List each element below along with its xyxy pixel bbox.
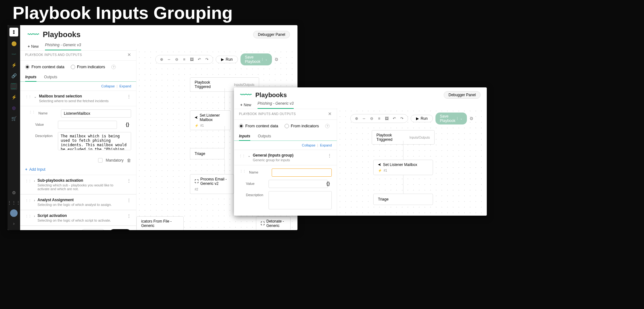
- zoom-out-icon[interactable]: ⊖: [369, 116, 375, 121]
- tab-phishing[interactable]: Phishing - Generic v3: [258, 101, 294, 109]
- drag-handle-icon[interactable]: ⋮⋮: [25, 178, 31, 183]
- radio-context-data[interactable]: From context data: [239, 124, 278, 128]
- section-node[interactable]: Triage: [373, 194, 433, 205]
- io-link[interactable]: Inputs/Outputs: [234, 83, 254, 86]
- nav-icon-8[interactable]: 🛒: [10, 115, 17, 122]
- nav-icon-1[interactable]: 🟡: [10, 40, 17, 47]
- drag-handle-icon[interactable]: ⋮⋮: [25, 198, 31, 202]
- chevron-down-icon[interactable]: ⌄: [34, 94, 36, 98]
- drag-handle-icon[interactable]: ⋮⋮: [29, 109, 35, 114]
- radio-indicators[interactable]: From indicators: [71, 64, 105, 69]
- zoom-in-icon[interactable]: ⊕: [159, 57, 164, 62]
- mandatory-checkbox[interactable]: [98, 158, 103, 163]
- section-node[interactable]: Triage: [190, 148, 225, 159]
- radio-context-data[interactable]: From context data: [25, 64, 64, 69]
- chevron-right-icon[interactable]: ›: [34, 213, 35, 218]
- input-value-field[interactable]: [269, 180, 328, 188]
- group-menu-icon[interactable]: ⋮: [327, 153, 332, 158]
- chevron-down-icon[interactable]: ⌄: [248, 153, 250, 157]
- save-dropdown-icon[interactable]: ⌄: [457, 117, 463, 120]
- image-icon[interactable]: 🖼: [189, 57, 195, 62]
- io-link[interactable]: Inputs/Outputs: [409, 136, 430, 139]
- outputs-tab[interactable]: Outputs: [44, 73, 57, 81]
- drag-handle-icon[interactable]: ⋮⋮: [240, 168, 246, 173]
- apps-grid-icon[interactable]: ⋮⋮⋮: [10, 199, 17, 206]
- context-picker-icon[interactable]: {}: [126, 122, 129, 127]
- zoom-out-icon[interactable]: ⊖: [174, 57, 180, 62]
- help-icon[interactable]: ?: [325, 124, 330, 128]
- input-name-field[interactable]: [61, 109, 131, 118]
- user-avatar[interactable]: [10, 209, 18, 217]
- inputs-tab[interactable]: Inputs: [239, 132, 250, 141]
- radio-indicators[interactable]: From indicators: [285, 124, 319, 128]
- input-description-field[interactable]: The mailbox which is being used to fetch…: [58, 132, 131, 150]
- save-playbook-button[interactable]: Save Playbook⌄: [241, 53, 272, 65]
- outputs-tab[interactable]: Outputs: [258, 132, 271, 141]
- nav-icon-3[interactable]: ⚡: [10, 62, 17, 69]
- debugger-panel-button[interactable]: Debugger Panel: [444, 91, 480, 99]
- help-icon[interactable]: ?: [111, 65, 116, 69]
- drag-handle-icon[interactable]: ⋮⋮: [25, 213, 31, 218]
- close-panel-icon[interactable]: ✕: [127, 52, 131, 57]
- debugger-panel-button[interactable]: Debugger Panel: [253, 31, 290, 38]
- app-logo[interactable]: [9, 28, 18, 36]
- input-description-field[interactable]: [269, 191, 332, 209]
- nav-icon-6[interactable]: ⚡: [10, 94, 17, 101]
- undo-icon[interactable]: ↶: [391, 116, 397, 121]
- group-menu-icon[interactable]: ⋮: [127, 94, 131, 99]
- new-playbook-button[interactable]: + New: [240, 103, 251, 107]
- nav-icon-4[interactable]: 🔗: [10, 72, 17, 79]
- save-dropdown-icon[interactable]: ⌄: [262, 58, 268, 61]
- list-icon[interactable]: ≡: [376, 116, 382, 121]
- group-menu-icon[interactable]: ⋮: [127, 198, 131, 203]
- group-menu-icon[interactable]: ⋮: [127, 213, 131, 218]
- run-button[interactable]: ▶ Run: [216, 56, 238, 63]
- playbook-canvas[interactable]: ⊕ ↔ ⊖ ≡ 🖼 ↶ ↷ ▶ Run Save Playbook⌄ ⚙ Pla…: [337, 108, 487, 216]
- add-input-link[interactable]: +Add Input: [20, 164, 136, 175]
- task-node[interactable]: ⛶ Process Email - Generic v2 #2: [190, 174, 234, 194]
- expand-sidebar-icon[interactable]: ›: [10, 220, 17, 227]
- collapse-link[interactable]: Collapse: [101, 84, 115, 88]
- collapse-link[interactable]: Collapse: [302, 143, 315, 147]
- delete-input-icon[interactable]: 🗑: [127, 158, 131, 163]
- playbooks-logo-icon: 〰〰: [240, 92, 252, 98]
- redo-icon[interactable]: ↷: [399, 116, 405, 121]
- inputs-tab[interactable]: Inputs: [25, 73, 36, 82]
- input-name-field[interactable]: [272, 168, 332, 177]
- chevron-right-icon[interactable]: ›: [34, 198, 35, 202]
- close-panel-icon[interactable]: ✕: [328, 111, 332, 116]
- task-node[interactable]: ⛶ Detonate - Generic: [256, 216, 291, 230]
- list-icon[interactable]: ≡: [181, 57, 187, 62]
- redo-icon[interactable]: ↷: [204, 57, 210, 62]
- task-node[interactable]: ➤ Set Listener Mailbox ⚡ #1: [373, 160, 433, 175]
- nav-icon-7[interactable]: ◎: [10, 104, 17, 111]
- run-button[interactable]: ▶ Run: [411, 115, 433, 122]
- cancel-button[interactable]: Cancel: [80, 229, 105, 230]
- nav-playbooks-icon[interactable]: 〰〰: [10, 83, 17, 90]
- nav-icon-2[interactable]: 〰: [10, 51, 17, 58]
- canvas-settings-icon[interactable]: ⚙: [275, 57, 279, 62]
- save-button[interactable]: Save: [109, 229, 131, 230]
- settings-icon[interactable]: ⚙: [10, 189, 17, 196]
- expand-link[interactable]: Expand: [119, 84, 131, 88]
- new-playbook-button[interactable]: + New: [28, 44, 39, 49]
- chevron-right-icon[interactable]: ›: [34, 178, 35, 183]
- input-value-field[interactable]: [58, 121, 117, 129]
- group-name: Sub-playbooks activation: [37, 178, 124, 183]
- expand-link[interactable]: Expand: [320, 143, 332, 147]
- drag-handle-icon[interactable]: ⋮⋮: [25, 94, 31, 98]
- fit-width-icon[interactable]: ↔: [361, 116, 367, 121]
- save-playbook-button[interactable]: Save Playbook⌄: [436, 113, 467, 124]
- context-picker-icon[interactable]: {}: [326, 181, 330, 186]
- image-icon[interactable]: 🖼: [384, 116, 390, 121]
- zoom-in-icon[interactable]: ⊕: [354, 116, 359, 121]
- drag-handle-icon[interactable]: ⋮⋮: [239, 153, 245, 157]
- fit-width-icon[interactable]: ↔: [166, 57, 172, 62]
- mandatory-label: Mandatory: [106, 158, 124, 163]
- task-node-partial[interactable]: icators From File - Generic: [136, 216, 184, 230]
- undo-icon[interactable]: ↶: [197, 57, 202, 62]
- canvas-settings-icon[interactable]: ⚙: [469, 116, 474, 121]
- value-label: Value: [35, 121, 55, 126]
- group-menu-icon[interactable]: ⋮: [127, 178, 131, 183]
- description-label: Description: [35, 132, 55, 138]
